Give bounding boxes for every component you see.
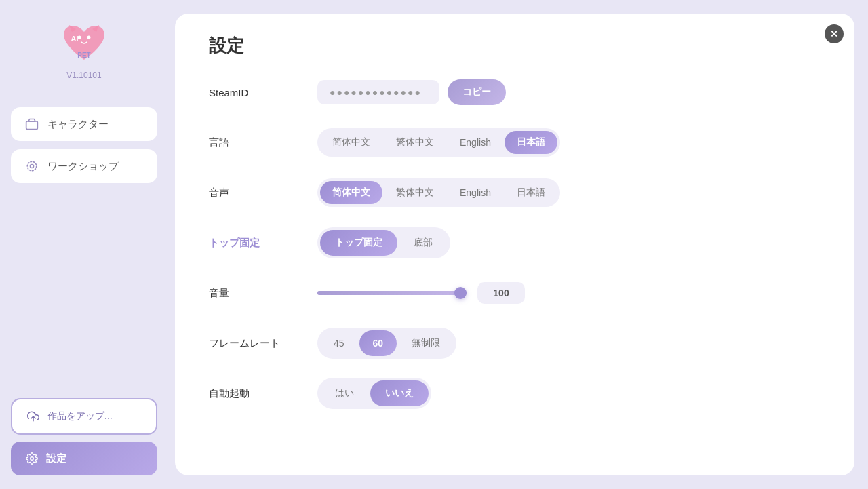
character-label: キャラクター	[47, 118, 108, 131]
pin-content: トップ固定 底部	[317, 227, 450, 258]
nav-items: キャラクター ワークショップ	[11, 107, 157, 398]
language-label: 言語	[209, 136, 317, 149]
sidebar: PET AI V1.10101 キャラクター ワー	[0, 0, 168, 489]
upload-button[interactable]: 作品をアップ...	[11, 398, 157, 435]
voice-label: 音声	[209, 187, 317, 199]
autostart-option-yes[interactable]: はい	[320, 380, 369, 406]
logo-area: PET AI V1.10101	[57, 20, 111, 80]
volume-label: 音量	[209, 287, 317, 300]
close-icon: ✕	[830, 28, 838, 39]
voice-option-traditional[interactable]: 繁体中文	[384, 181, 446, 204]
steam-id-label: SteamID	[209, 87, 317, 98]
language-toggle-group: 简体中文 繁体中文 English 日本語	[317, 128, 560, 157]
steam-id-value: ●●●●●●●●●●●●●	[317, 80, 439, 104]
svg-text:PET: PET	[77, 52, 90, 59]
svg-point-6	[31, 165, 34, 168]
volume-row: 音量 100	[209, 277, 821, 309]
upload-icon	[26, 409, 41, 424]
language-row: 言語 简体中文 繁体中文 English 日本語	[209, 127, 821, 158]
settings-label: 設定	[46, 452, 66, 465]
voice-option-japanese[interactable]: 日本語	[505, 181, 557, 204]
language-option-traditional[interactable]: 繁体中文	[384, 131, 446, 154]
svg-point-3	[87, 35, 91, 39]
voice-option-english[interactable]: English	[448, 181, 503, 204]
voice-content: 简体中文 繁体中文 English 日本語	[317, 178, 560, 207]
voice-row: 音声 简体中文 繁体中文 English 日本語	[209, 177, 821, 208]
sidebar-item-character[interactable]: キャラクター	[11, 107, 157, 141]
settings-panel: ✕ 設定 SteamID ●●●●●●●●●●●●● コピー 言語 简体中文 繁…	[175, 14, 854, 475]
autostart-label: 自動起動	[209, 387, 317, 400]
workshop-label: ワークショップ	[47, 160, 119, 173]
app-logo: PET AI	[57, 20, 111, 68]
framerate-row: フレームレート 45 60 無制限	[209, 328, 821, 359]
copy-button[interactable]: コピー	[448, 79, 506, 105]
close-button[interactable]: ✕	[825, 24, 844, 43]
framerate-option-unlimited[interactable]: 無制限	[398, 330, 454, 356]
workshop-icon	[24, 159, 39, 174]
svg-point-7	[27, 161, 36, 170]
pin-label: トップ固定	[209, 237, 317, 250]
svg-text:AI: AI	[71, 35, 79, 43]
version-label: V1.10101	[66, 71, 101, 80]
voice-option-simplified[interactable]: 简体中文	[320, 181, 382, 204]
pin-option-bottom[interactable]: 底部	[399, 230, 448, 256]
character-icon	[24, 117, 39, 132]
autostart-toggle-group: はい いいえ	[317, 378, 431, 409]
autostart-content: はい いいえ	[317, 378, 431, 409]
volume-slider-fill	[317, 291, 467, 295]
steam-id-content: ●●●●●●●●●●●●● コピー	[317, 79, 506, 105]
framerate-option-45[interactable]: 45	[320, 330, 358, 356]
language-option-simplified[interactable]: 简体中文	[320, 131, 382, 154]
framerate-content: 45 60 無制限	[317, 328, 456, 359]
volume-slider-track[interactable]	[317, 291, 467, 295]
pin-option-top[interactable]: トップ固定	[320, 230, 397, 256]
volume-content: 100	[317, 282, 525, 304]
page-title: 設定	[209, 34, 821, 58]
framerate-option-60[interactable]: 60	[359, 330, 397, 356]
steam-id-row: SteamID ●●●●●●●●●●●●● コピー	[209, 77, 821, 108]
pin-row: トップ固定 トップ固定 底部	[209, 227, 821, 258]
autostart-row: 自動起動 はい いいえ	[209, 378, 821, 409]
bottom-nav: 作品をアップ... 設定	[11, 398, 157, 475]
autostart-option-no[interactable]: いいえ	[370, 380, 429, 406]
pin-toggle-group: トップ固定 底部	[317, 227, 450, 258]
sidebar-item-workshop[interactable]: ワークショップ	[11, 149, 157, 183]
voice-toggle-group: 简体中文 繁体中文 English 日本語	[317, 178, 560, 207]
language-option-japanese[interactable]: 日本語	[505, 131, 557, 154]
settings-button[interactable]: 設定	[11, 442, 157, 475]
volume-value[interactable]: 100	[477, 282, 525, 304]
language-option-english[interactable]: English	[448, 131, 503, 154]
volume-slider-thumb[interactable]	[454, 287, 467, 299]
framerate-toggle-group: 45 60 無制限	[317, 328, 456, 359]
upload-label: 作品をアップ...	[47, 410, 113, 423]
main-content: ✕ 設定 SteamID ●●●●●●●●●●●●● コピー 言語 简体中文 繁…	[168, 0, 868, 489]
settings-icon	[24, 451, 39, 466]
language-content: 简体中文 繁体中文 English 日本語	[317, 128, 560, 157]
svg-point-9	[31, 457, 34, 461]
framerate-label: フレームレート	[209, 337, 317, 350]
